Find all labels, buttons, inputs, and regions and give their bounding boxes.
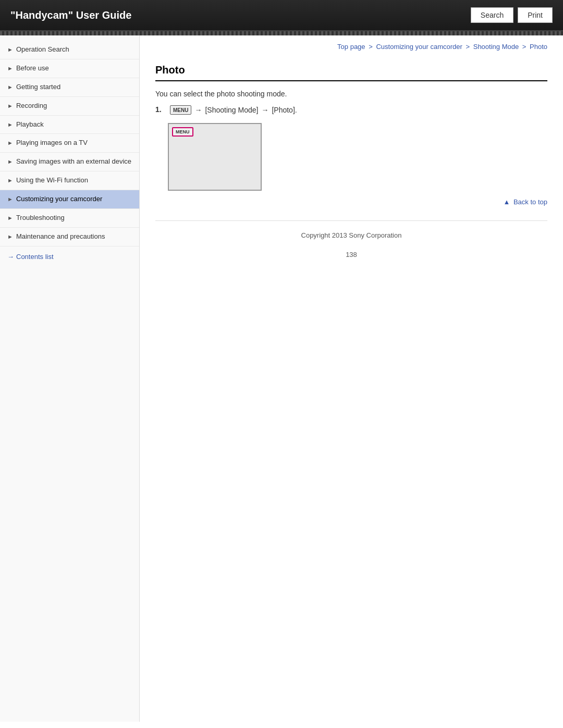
copyright-text: Copyright 2013 Sony Corporation: [301, 231, 402, 239]
sidebar-item-operation-search[interactable]: ► Operation Search: [0, 41, 139, 59]
sidebar-item-playing-images[interactable]: ► Playing images on a TV: [0, 134, 139, 153]
page-number: 138: [155, 246, 547, 263]
sidebar-label-recording: Recording: [16, 102, 133, 110]
breadcrumb-sep1: >: [369, 43, 374, 51]
sidebar-arrow-icon: ►: [7, 233, 13, 240]
sidebar-item-saving-images[interactable]: ► Saving images with an external device: [0, 153, 139, 171]
sidebar-arrow-icon: ►: [7, 214, 13, 221]
page-title: Photo: [155, 56, 547, 81]
search-button[interactable]: Search: [471, 7, 513, 23]
sidebar-label-customizing: Customizing your camcorder: [16, 195, 133, 204]
header: "Handycam" User Guide Search Print: [0, 0, 563, 31]
arrow-right-icon: →: [194, 106, 202, 114]
sidebar-item-customizing[interactable]: ► Customizing your camcorder: [0, 190, 139, 209]
breadcrumb-sep3: >: [522, 43, 528, 51]
content-area: Top page > Customizing your camcorder > …: [140, 35, 563, 722]
main-layout: ► Operation Search ► Before use ► Gettin…: [0, 35, 563, 722]
sidebar-item-wifi[interactable]: ► Using the Wi-Fi function: [0, 171, 139, 190]
menu-button-image: MENU: [170, 105, 191, 115]
breadcrumb: Top page > Customizing your camcorder > …: [155, 35, 547, 56]
sidebar-item-troubleshooting[interactable]: ► Troubleshooting: [0, 209, 139, 228]
arrow-right-icon2: →: [261, 106, 268, 114]
sidebar-arrow-icon: ►: [7, 65, 13, 72]
sidebar-label-operation-search: Operation Search: [16, 45, 133, 54]
sidebar-item-playback[interactable]: ► Playback: [0, 116, 139, 134]
sidebar-item-before-use[interactable]: ► Before use: [0, 59, 139, 78]
sidebar-item-getting-started[interactable]: ► Getting started: [0, 78, 139, 97]
header-title: "Handycam" User Guide: [10, 9, 131, 21]
breadcrumb-sep2: >: [466, 43, 472, 51]
sidebar-item-recording[interactable]: ► Recording: [0, 97, 139, 116]
footer: Copyright 2013 Sony Corporation: [155, 220, 547, 246]
breadcrumb-shooting-mode[interactable]: Shooting Mode: [473, 43, 519, 51]
back-to-top-label: Back to top: [513, 198, 547, 206]
sidebar-arrow-icon: ►: [7, 46, 13, 53]
header-stripe: [0, 31, 563, 35]
sidebar-label-troubleshooting: Troubleshooting: [16, 214, 133, 223]
sidebar-arrow-icon: ►: [7, 83, 13, 91]
sidebar-arrow-icon: ►: [7, 139, 13, 146]
sidebar-label-getting-started: Getting started: [16, 83, 133, 92]
sidebar-label-saving-images: Saving images with an external device: [16, 157, 133, 166]
contents-list-link[interactable]: → Contents list: [0, 246, 139, 267]
sidebar-arrow-icon: ►: [7, 177, 13, 184]
sidebar-label-maintenance: Maintenance and precautions: [16, 232, 133, 241]
sidebar-arrow-icon: ►: [7, 158, 13, 165]
screenshot-menu-button: MENU: [172, 127, 193, 137]
contents-list-label: Contents list: [16, 253, 54, 261]
screenshot-image: MENU: [168, 123, 262, 191]
sidebar-label-before-use: Before use: [16, 64, 133, 73]
sidebar-label-wifi: Using the Wi-Fi function: [16, 176, 133, 185]
photo-text: [Photo].: [272, 106, 297, 114]
sidebar-item-maintenance[interactable]: ► Maintenance and precautions: [0, 228, 139, 246]
back-to-top-icon: ▲: [503, 198, 510, 206]
instruction-row: 1. MENU → [Shooting Mode] → [Photo].: [155, 105, 547, 115]
breadcrumb-top-page[interactable]: Top page: [337, 43, 365, 51]
instruction-text: MENU → [Shooting Mode] → [Photo].: [170, 105, 297, 115]
print-button[interactable]: Print: [518, 7, 553, 23]
sidebar-arrow-icon: ►: [7, 121, 13, 128]
sidebar-arrow-icon: ►: [7, 102, 13, 109]
breadcrumb-customizing[interactable]: Customizing your camcorder: [376, 43, 462, 51]
shooting-mode-text: [Shooting Mode]: [205, 106, 258, 114]
sidebar-label-playing-images: Playing images on a TV: [16, 139, 133, 147]
sidebar-arrow-icon: ►: [7, 195, 13, 203]
instruction-number: 1.: [155, 105, 166, 114]
header-actions: Search Print: [471, 7, 553, 23]
back-to-top[interactable]: ▲ Back to top: [155, 191, 547, 210]
sidebar-label-playback: Playback: [16, 120, 133, 129]
breadcrumb-current: Photo: [530, 43, 547, 51]
page-description: You can select the photo shooting mode.: [155, 90, 547, 98]
sidebar: ► Operation Search ► Before use ► Gettin…: [0, 35, 140, 722]
contents-list-arrow-icon: →: [7, 253, 14, 261]
